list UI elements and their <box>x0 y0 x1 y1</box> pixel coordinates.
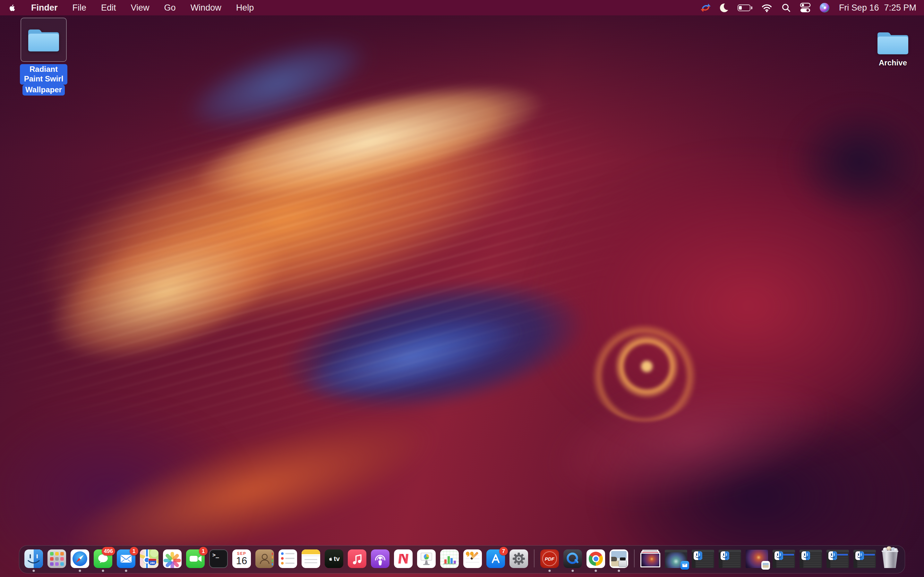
dock-item-reminders[interactable] <box>278 550 297 568</box>
music-icon <box>348 550 367 568</box>
preview-icon <box>610 550 628 568</box>
dock-item-tv[interactable]: tv <box>325 550 343 568</box>
keynote-podium-icon <box>417 550 436 568</box>
dock-item-terminal[interactable]: >_ <box>209 550 228 568</box>
spotlight-menu-extra[interactable] <box>777 3 795 13</box>
pdf-ring: PDF <box>542 551 557 566</box>
bottle-cap <box>620 558 626 560</box>
dock-item-facetime[interactable]: 1 <box>186 550 205 568</box>
news-n-icon <box>394 550 413 568</box>
focus-menu-extra[interactable] <box>716 3 733 12</box>
tv-label: tv <box>334 555 340 562</box>
maps-icon: 280 <box>140 550 158 568</box>
desktop-icon-radiant-paint-swirl-wallpaper[interactable]: Radiant Paint Swirl Wallpaper <box>20 18 67 95</box>
dock-minimized-finder-window[interactable] <box>800 550 822 568</box>
dock-item-news[interactable] <box>394 550 413 568</box>
dock-minimized-finder-window[interactable] <box>719 550 741 568</box>
dock-item-chrome[interactable] <box>586 550 605 568</box>
running-indicator <box>102 570 104 572</box>
desktop-icon-archive[interactable]: Archive <box>874 29 912 68</box>
dock-minimized-finder-window[interactable] <box>692 550 714 568</box>
maps-interstate-shield: 280 <box>148 558 157 566</box>
menu-item-view[interactable]: View <box>124 3 157 13</box>
dock-item-preview[interactable] <box>610 550 628 568</box>
dock-item-mail[interactable]: 1 <box>117 550 136 568</box>
dock-item-keynote[interactable] <box>417 550 436 568</box>
menu-bar-status: Fri Sep 16 7:25 PM <box>696 2 924 13</box>
dock-item-pages[interactable] <box>463 550 482 568</box>
folder-frame <box>876 29 909 56</box>
running-indicator <box>125 570 128 572</box>
folder-icon <box>876 29 909 56</box>
numbers-bar <box>447 556 450 564</box>
dock-item-calendar[interactable]: SEP 16 <box>232 550 251 568</box>
menu-item-finder[interactable]: Finder <box>24 3 65 13</box>
dock-item-trash[interactable] <box>880 548 900 568</box>
menu-item-go[interactable]: Go <box>157 3 183 13</box>
running-indicator <box>79 570 81 572</box>
control-center-menu-extra[interactable] <box>795 2 815 13</box>
clock-time: 7:25 PM <box>884 3 916 13</box>
menu-item-file[interactable]: File <box>65 3 94 13</box>
settings-icon <box>509 550 528 568</box>
minimized-window <box>692 550 714 568</box>
siri-menu-extra[interactable] <box>815 3 834 13</box>
folder-label: Archive <box>879 58 907 68</box>
dock-item-settings[interactable] <box>509 550 528 568</box>
menu-bar: Finder File Edit View Go Window Help <box>0 0 924 15</box>
dock-item-maps[interactable]: 280 <box>140 550 158 568</box>
dock-item-safari[interactable] <box>71 550 89 568</box>
dock-minimized-finder-window[interactable] <box>827 550 849 568</box>
maps-street-strip <box>140 550 143 568</box>
dock-item-music[interactable] <box>348 550 367 568</box>
dock-item-launchpad[interactable] <box>47 550 66 568</box>
dock-item-photos[interactable] <box>163 550 182 568</box>
launchpad-cell <box>50 557 53 561</box>
minimized-window <box>746 550 768 568</box>
contacts-icon <box>255 550 274 568</box>
macos-desktop: { "colors": { "menubar_bg": "#5c0d34", "… <box>0 0 924 577</box>
numbers-bar <box>451 558 453 564</box>
calendar-icon: SEP 16 <box>232 550 251 568</box>
photos-icon <box>163 550 182 568</box>
menu-bar-clock[interactable]: Fri Sep 16 7:25 PM <box>834 3 924 13</box>
tab-mark <box>272 560 273 562</box>
dock-item-contacts[interactable] <box>255 550 274 568</box>
numbers-icon <box>440 550 459 568</box>
preview-app-badge <box>761 561 770 570</box>
dock-separator <box>534 550 535 567</box>
dock-item-podcasts[interactable] <box>371 550 389 568</box>
menu-item-window[interactable]: Window <box>183 3 229 13</box>
wifi-menu-extra[interactable] <box>757 3 777 12</box>
notes-line <box>304 559 317 560</box>
reminders-icon <box>278 550 297 568</box>
calendar-day: 16 <box>236 555 247 567</box>
dock-minimized-preview-window[interactable] <box>746 550 768 568</box>
dock-item-messages[interactable]: 496 <box>94 550 112 568</box>
menu-item-help[interactable]: Help <box>229 3 262 13</box>
quicktime-icon <box>564 550 582 568</box>
dock-item-pdf-reader[interactable]: PDF <box>540 550 559 568</box>
dock-item-numbers[interactable] <box>440 550 459 568</box>
dock-item-notes[interactable] <box>302 550 320 568</box>
dock-minimized-photo-stack[interactable] <box>640 550 660 568</box>
trash-basket <box>881 551 899 568</box>
tab-mark <box>272 556 273 558</box>
menu-item-edit[interactable]: Edit <box>94 3 124 13</box>
finder-app-badge <box>801 551 810 560</box>
dock-item-finder[interactable] <box>24 550 43 568</box>
focus-moon-icon <box>720 3 729 12</box>
dock-item-quicktime[interactable] <box>564 550 582 568</box>
launchpad-cell <box>55 562 59 566</box>
apple-menu[interactable] <box>0 3 24 12</box>
running-indicator <box>618 570 620 572</box>
dock-minimized-mail-window[interactable] <box>665 550 687 568</box>
dock-minimized-finder-window[interactable] <box>853 550 876 568</box>
sync-menu-extra[interactable] <box>696 3 716 13</box>
dock-minimized-finder-window[interactable] <box>772 550 795 568</box>
tv-icon: tv <box>325 550 343 568</box>
tab-mark <box>272 553 273 555</box>
trash-rim <box>882 550 898 552</box>
battery-menu-extra[interactable] <box>733 5 757 11</box>
dock-item-appstore[interactable]: 7 <box>486 550 505 568</box>
